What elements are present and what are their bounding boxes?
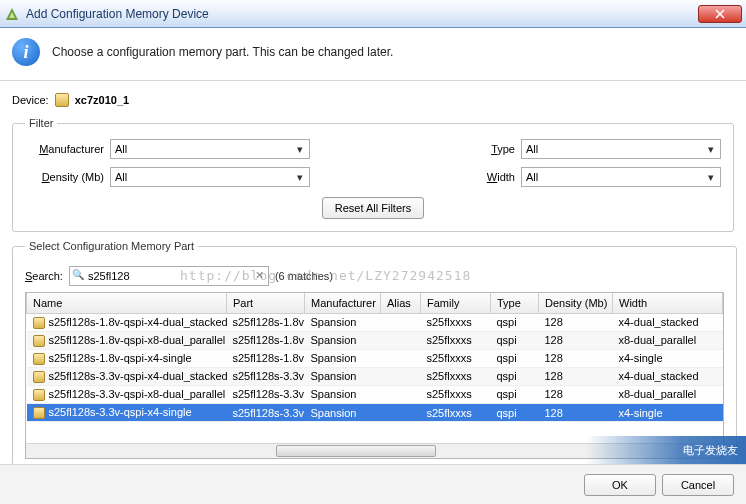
manufacturer-combo[interactable]: ▾ [110, 139, 310, 159]
search-label: Search: [25, 270, 63, 282]
device-label: Device: [12, 94, 49, 106]
banner: i Choose a configuration memory part. Th… [0, 28, 746, 81]
table-row[interactable]: s25fl128s-1.8v-qspi-x8-dual_parallels25f… [27, 331, 723, 349]
horizontal-scrollbar[interactable] [25, 443, 724, 459]
memory-part-icon [33, 371, 45, 383]
width-input[interactable] [521, 167, 721, 187]
width-combo[interactable]: ▾ [521, 167, 721, 187]
table-header-row[interactable]: Name Part Manufacturer Alias Family Type… [27, 293, 723, 313]
table-row[interactable]: s25fl128s-3.3v-qspi-x4-dual_stackeds25fl… [27, 367, 723, 385]
match-count: (6 matches) [275, 270, 333, 282]
manufacturer-input[interactable] [110, 139, 310, 159]
close-button[interactable] [698, 5, 742, 23]
reset-filters-button[interactable]: Reset All Filters [322, 197, 424, 219]
table-row[interactable]: s25fl128s-1.8v-qspi-x4-singles25fl128s-1… [27, 349, 723, 367]
manufacturer-label: MManufactureranufacturer [25, 143, 110, 155]
table-row[interactable]: s25fl128s-3.3v-qspi-x4-singles25fl128s-3… [27, 403, 723, 421]
window-title: Add Configuration Memory Device [26, 7, 698, 21]
dialog-footer: OK Cancel [0, 464, 746, 504]
title-bar: Add Configuration Memory Device [0, 0, 746, 28]
col-name[interactable]: Name [27, 293, 227, 313]
info-icon: i [12, 38, 40, 66]
col-density[interactable]: Density (Mb) [539, 293, 613, 313]
memory-part-icon [33, 389, 45, 401]
chip-icon [55, 93, 69, 107]
col-part[interactable]: Part [227, 293, 305, 313]
scrollbar-thumb[interactable] [276, 445, 436, 457]
parts-table[interactable]: Name Part Manufacturer Alias Family Type… [25, 292, 724, 444]
col-type[interactable]: Type [491, 293, 539, 313]
memory-part-icon [33, 407, 45, 419]
memory-part-icon [33, 335, 45, 347]
memory-part-icon [33, 353, 45, 365]
select-legend: Select Configuration Memory Part [25, 240, 198, 252]
density-label: Density (Mb) [25, 171, 110, 183]
type-label: Type [471, 143, 521, 155]
memory-part-icon [33, 317, 45, 329]
col-alias[interactable]: Alias [381, 293, 421, 313]
type-input[interactable] [521, 139, 721, 159]
search-input[interactable] [69, 266, 269, 286]
col-family[interactable]: Family [421, 293, 491, 313]
search-icon: 🔍 [72, 269, 84, 281]
select-part-group: Select Configuration Memory Part Search:… [12, 240, 737, 466]
search-box[interactable]: 🔍 ✕ [69, 266, 269, 286]
banner-text: Choose a configuration memory part. This… [52, 45, 393, 59]
density-input[interactable] [110, 167, 310, 187]
col-manufacturer[interactable]: Manufacturer [305, 293, 381, 313]
device-value: xc7z010_1 [75, 94, 129, 106]
ok-button[interactable]: OK [584, 474, 656, 496]
app-icon [4, 6, 20, 22]
col-width[interactable]: Width [613, 293, 723, 313]
clear-search-icon[interactable]: ✕ [254, 269, 266, 281]
table-row[interactable]: s25fl128s-3.3v-qspi-x8-dual_parallels25f… [27, 385, 723, 403]
filter-group: Filter MManufactureranufacturer ▾ Type ▾… [12, 117, 734, 232]
device-row: Device: xc7z010_1 [12, 93, 734, 107]
density-combo[interactable]: ▾ [110, 167, 310, 187]
type-combo[interactable]: ▾ [521, 139, 721, 159]
width-label: Width [471, 171, 521, 183]
table-row[interactable]: s25fl128s-1.8v-qspi-x4-dual_stackeds25fl… [27, 313, 723, 331]
cancel-button[interactable]: Cancel [662, 474, 734, 496]
filter-legend: Filter [25, 117, 57, 129]
